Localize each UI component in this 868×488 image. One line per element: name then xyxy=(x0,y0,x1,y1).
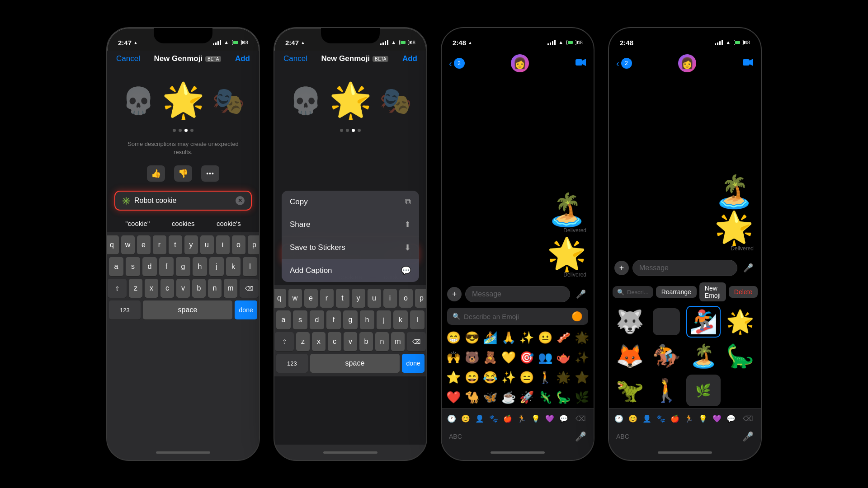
key-u-2[interactable]: u xyxy=(368,289,381,308)
genmoji-bear-dark[interactable]: 🦊 xyxy=(613,340,647,372)
emoji-cat-nature[interactable]: 🐾 xyxy=(487,411,500,426)
emoji-coffee[interactable]: ☕ xyxy=(500,388,517,406)
key-p-2[interactable]: p xyxy=(415,289,428,308)
key-x[interactable]: x xyxy=(145,279,158,298)
emoji-cat-people[interactable]: 👤 xyxy=(473,411,486,426)
emoji-teapot[interactable]: 🫖 xyxy=(555,348,572,366)
message-field-4[interactable]: Message xyxy=(632,260,737,276)
genmoji-snowboarder[interactable]: 🏂 xyxy=(686,306,721,338)
mic-button-3[interactable]: 🎤 xyxy=(574,287,588,301)
context-copy[interactable]: Copy ⧉ xyxy=(282,191,419,213)
contact-avatar-3[interactable]: 👩 xyxy=(511,54,529,72)
emoji-laugh[interactable]: 😂 xyxy=(482,368,499,386)
key-123[interactable]: 123 xyxy=(109,300,141,319)
emoji-butterfly[interactable]: 🦋 xyxy=(482,388,499,406)
emoji-placeholder-2[interactable]: ✨ xyxy=(574,348,590,366)
genmoji-dinosaur[interactable]: 🦕 xyxy=(723,340,758,372)
message-field-3[interactable]: Message xyxy=(465,286,570,302)
thumbs-up-button[interactable]: 👍 xyxy=(147,165,165,182)
genmoji-person-walk[interactable]: 🚶 xyxy=(650,375,684,406)
key-e-2[interactable]: e xyxy=(304,289,318,308)
genmoji-wolf[interactable]: 🐺 xyxy=(613,306,647,338)
genmoji-search-input[interactable]: ✳️ Robot cookie ✕ xyxy=(114,191,252,211)
delete-tab[interactable]: Delete xyxy=(729,286,758,298)
mic-button-4[interactable]: 🎤 xyxy=(741,261,755,275)
new-emoji-tab[interactable]: New Emoji xyxy=(699,282,726,301)
key-w[interactable]: w xyxy=(121,235,135,254)
emoji-cat-symbols[interactable]: 💜 xyxy=(544,411,556,426)
genmoji-star-skull[interactable]: 🌟 xyxy=(723,306,758,338)
autocomplete-cookie-quote[interactable]: "cookie" xyxy=(122,218,153,229)
genmoji-horse-rider[interactable]: 🏇 xyxy=(650,340,684,372)
emoji-cat-places-4[interactable]: 🏃 xyxy=(683,411,695,426)
key-h[interactable]: h xyxy=(193,257,207,276)
emoji-raised-hands[interactable]: 🙌 xyxy=(445,348,462,366)
emoji-walk[interactable]: 🚶 xyxy=(537,368,554,386)
emoji-bear[interactable]: 🐻 xyxy=(464,348,481,366)
key-r[interactable]: r xyxy=(153,235,166,254)
key-delete[interactable]: ⌫ xyxy=(240,279,259,298)
key-z[interactable]: z xyxy=(129,279,142,298)
autocomplete-cookies[interactable]: cookies xyxy=(168,218,198,229)
key-q[interactable]: q xyxy=(106,235,119,254)
key-w-2[interactable]: w xyxy=(288,289,302,308)
emoji-cat-recent[interactable]: 🕐 xyxy=(445,411,458,426)
emoji-cat-food-4[interactable]: 🍎 xyxy=(669,411,681,426)
key-a[interactable]: a xyxy=(109,257,123,276)
emoji-cat-objects[interactable]: 💡 xyxy=(530,411,542,426)
key-r-2[interactable]: r xyxy=(320,289,334,308)
emoji-sparkle2[interactable]: ✨ xyxy=(500,368,517,386)
abc-button-3[interactable]: ABC xyxy=(449,433,462,440)
key-t[interactable]: t xyxy=(169,235,182,254)
autocomplete-cookies-possessive[interactable]: cookie's xyxy=(213,218,245,229)
emoji-delete-btn[interactable]: ⌫ xyxy=(572,411,590,426)
key-d[interactable]: d xyxy=(142,257,157,276)
key-c[interactable]: c xyxy=(160,279,174,298)
key-q-2[interactable]: q xyxy=(274,289,286,308)
emoji-cat-objects-4[interactable]: 💡 xyxy=(697,411,709,426)
emoji-cat-flags-4[interactable]: 💬 xyxy=(725,411,737,426)
contact-avatar-4[interactable]: 👩 xyxy=(678,54,696,72)
key-k[interactable]: k xyxy=(226,257,241,276)
key-j[interactable]: j xyxy=(209,257,224,276)
emoji-cat-smileys-4[interactable]: 😊 xyxy=(627,411,639,426)
emoji-dinosaur[interactable]: 🦕 xyxy=(555,388,572,406)
plus-button-4[interactable]: + xyxy=(614,261,629,275)
key-l[interactable]: l xyxy=(243,257,257,276)
emoji-placeholder-5[interactable]: 🌿 xyxy=(574,388,590,406)
key-p[interactable]: p xyxy=(248,235,260,254)
genmoji-placeholder-1[interactable] xyxy=(653,308,680,335)
mic-btn-4[interactable]: 🎤 xyxy=(742,431,754,442)
emoji-expressionless[interactable]: 😑 xyxy=(519,368,535,386)
key-done[interactable]: done xyxy=(235,300,257,319)
emoji-people[interactable]: 👥 xyxy=(537,348,554,366)
key-f[interactable]: f xyxy=(159,257,174,276)
key-u[interactable]: u xyxy=(200,235,214,254)
genmoji-search[interactable]: 🔍 Descri... xyxy=(613,286,653,298)
key-n[interactable]: n xyxy=(208,279,222,298)
plus-button-3[interactable]: + xyxy=(447,287,462,301)
rearrange-tab[interactable]: Rearrange xyxy=(656,286,697,298)
emoji-cat-smileys[interactable]: 😊 xyxy=(459,411,472,426)
genmoji-island[interactable]: 🏝️ xyxy=(686,340,721,372)
key-y[interactable]: y xyxy=(184,235,198,254)
genmoji-dragon[interactable]: 🦖 xyxy=(613,375,647,406)
key-b[interactable]: b xyxy=(192,279,206,298)
emoji-cat-recent-4[interactable]: 🕐 xyxy=(613,411,625,426)
key-space[interactable]: space xyxy=(143,300,233,319)
emoji-bacon[interactable]: 🥓 xyxy=(555,328,572,347)
emoji-happy[interactable]: 😄 xyxy=(464,368,481,386)
emoji-rocket[interactable]: 🚀 xyxy=(519,388,535,406)
emoji-pray[interactable]: 🙏 xyxy=(500,328,517,347)
emoji-teddy[interactable]: 🧸 xyxy=(482,348,499,366)
emoji-target[interactable]: 🎯 xyxy=(519,348,535,366)
emoji-placeholder-3[interactable]: 🌟 xyxy=(555,368,572,386)
back-button-3[interactable]: ‹ 2 xyxy=(449,58,465,69)
add-button-2[interactable]: Add xyxy=(402,54,417,63)
clear-button[interactable]: ✕ xyxy=(236,196,245,205)
emoji-yellow-heart[interactable]: 💛 xyxy=(500,348,517,366)
back-button-4[interactable]: ‹ 2 xyxy=(616,58,632,69)
key-y-2[interactable]: y xyxy=(352,289,365,308)
key-t-2[interactable]: t xyxy=(336,289,349,308)
key-e[interactable]: e xyxy=(137,235,151,254)
